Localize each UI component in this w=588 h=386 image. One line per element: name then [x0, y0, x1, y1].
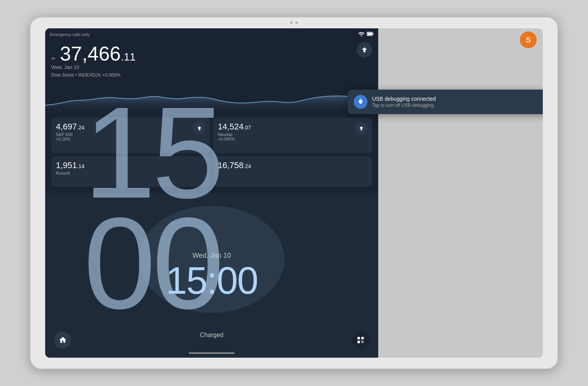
stock-widget: ✏ 37,466.11 Wed, Jan 10 Dow Jones • INDE… — [45, 28, 378, 193]
usb-subtitle: Tap to turn off USB debugging — [372, 103, 543, 108]
stock-card-4: 16,758.24 — [213, 156, 372, 187]
russell-name: Russell — [56, 171, 206, 175]
nasdaq-name: Nasdaq — [218, 132, 368, 137]
home-button[interactable] — [54, 332, 71, 348]
clock-charged: Charged — [200, 332, 223, 339]
usb-text: USB debugging connected Tap to turn off … — [372, 96, 543, 108]
usb-icon — [354, 95, 368, 109]
clock-time: 15:00 — [166, 261, 258, 299]
status-bar-text: Emergency calls only — [50, 32, 90, 37]
tablet-frame: Emergency calls only — [30, 17, 558, 369]
stock-card-sp500: 4,697.24 S&P 500 +0.18% — [51, 118, 210, 153]
status-bar-icons — [358, 32, 374, 38]
camera-dot-left — [290, 21, 292, 24]
svg-rect-3 — [373, 33, 374, 35]
svg-point-0 — [361, 35, 362, 36]
card4-value: 16,758.24 — [218, 161, 368, 170]
nav-bar — [189, 352, 235, 354]
nasdaq-change: +0.095% — [218, 137, 368, 141]
sp500-value: 4,697.24 — [56, 122, 206, 131]
stock-index-info: Dow Jones • INDEXDJX +0.069% — [51, 72, 372, 78]
tablet-screen: Emergency calls only — [45, 28, 543, 358]
stock-card-russell: 1,951.14 Russell — [51, 156, 210, 187]
sp500-name: S&P 500 — [56, 132, 206, 137]
status-bar: Emergency calls only — [45, 28, 378, 41]
stock-main-value: 37,466.11 — [60, 43, 136, 65]
left-panel: Emergency calls only — [45, 28, 378, 358]
chart-area — [45, 82, 378, 113]
wifi-icon — [358, 32, 364, 38]
user-avatar[interactable]: S — [520, 31, 537, 48]
camera-dot-right — [296, 21, 298, 24]
clock-date: Wed, Jan 10 — [193, 252, 231, 260]
usb-title: USB debugging connected — [372, 96, 543, 102]
clock-widget: Wed, Jan 10 15:00 Charged — [45, 193, 378, 358]
nasdaq-up-btn[interactable] — [355, 122, 368, 134]
stock-up-button[interactable] — [357, 42, 372, 57]
sp500-change: +0.18% — [56, 137, 206, 141]
clock-content: Wed, Jan 10 15:00 — [166, 252, 258, 299]
pencil-icon: ✏ — [51, 56, 56, 62]
svg-rect-2 — [368, 33, 372, 35]
usb-notification[interactable]: USB debugging connected Tap to turn off … — [348, 90, 543, 114]
stock-card-nasdaq: 14,524.07 Nasdaq +0.095% — [213, 118, 372, 153]
qr-button[interactable] — [352, 332, 369, 348]
russell-value: 1,951.14 — [56, 161, 206, 170]
stock-cards: 4,697.24 S&P 500 +0.18% 14,524.07 Nasdaq — [51, 118, 372, 187]
sp500-up-btn[interactable] — [193, 122, 206, 134]
nasdaq-value: 14,524.07 — [218, 122, 368, 131]
right-panel: S USB debugging connected Tap to turn of… — [378, 28, 543, 358]
stock-date: Wed, Jan 10 — [51, 64, 372, 70]
battery-icon — [367, 32, 374, 37]
